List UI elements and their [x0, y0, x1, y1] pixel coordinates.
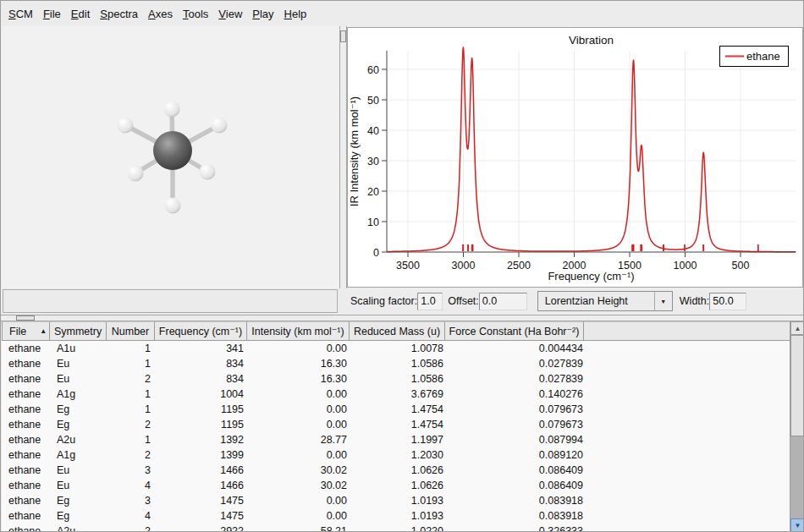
cell: 0.086409 — [449, 480, 589, 491]
cell: 1.0193 — [353, 495, 449, 507]
horizontal-splitter[interactable] — [1, 315, 804, 321]
sort-ascending-icon: ▲ — [40, 327, 47, 335]
menu-help[interactable]: Help — [284, 8, 307, 20]
menu-scm[interactable]: SCM — [8, 8, 33, 20]
vertical-scrollbar[interactable]: ▲ ▼ — [790, 321, 804, 532]
table-row[interactable]: ethaneEu3146630.021.06260.086409 — [2, 463, 790, 478]
cell: 0.083918 — [449, 495, 589, 507]
cell: 30.02 — [250, 480, 353, 491]
cell: 2922 — [157, 525, 250, 532]
cell: 1.2030 — [353, 449, 449, 461]
cell: ethane — [2, 388, 50, 400]
menu-spectra[interactable]: Spectra — [100, 8, 138, 20]
cell: ethane — [2, 434, 50, 446]
splitter-handle[interactable] — [340, 30, 346, 42]
cell: 0.140276 — [449, 388, 589, 400]
column-header-file[interactable]: File▲ — [2, 321, 50, 341]
svg-text:3500: 3500 — [396, 260, 420, 271]
cell: 2 — [107, 449, 157, 461]
menu-axes[interactable]: Axes — [148, 8, 173, 20]
splitter-handle[interactable] — [16, 315, 35, 321]
table-row[interactable]: ethaneA1g110040.003.67690.140276 — [2, 387, 790, 402]
table-row[interactable]: ethaneEg211950.001.47540.079673 — [2, 417, 790, 432]
column-header-force[interactable]: Force Constant (Ha Bohr⁻²) — [444, 321, 584, 341]
scaling-factor-input[interactable] — [417, 293, 443, 310]
column-header-intensity[interactable]: Intensity (km mol⁻¹) — [246, 321, 350, 341]
table-header: File▲SymmetryNumberFrequency (cm⁻¹)Inten… — [2, 321, 804, 341]
menu-file[interactable]: File — [43, 8, 61, 20]
cell: 1195 — [157, 419, 250, 431]
cell: Eg — [50, 419, 107, 431]
scaling-factor-label: Scaling factor: — [350, 295, 417, 307]
spectrum-chart[interactable]: 0102030405060350030002500200015001000500… — [348, 28, 802, 287]
svg-text:30: 30 — [367, 156, 379, 167]
cell: ethane — [2, 510, 50, 522]
vertical-splitter[interactable] — [339, 26, 347, 288]
cell: 0.079673 — [449, 419, 589, 431]
cell: 0.00 — [250, 419, 353, 431]
menu-view[interactable]: View — [218, 8, 242, 20]
menu-edit[interactable]: Edit — [71, 8, 90, 20]
menu-play[interactable]: Play — [252, 8, 273, 20]
table-row[interactable]: ethaneEu4146630.021.06260.086409 — [2, 478, 790, 493]
cell: Eg — [50, 403, 107, 415]
molecule-viewer[interactable] — [2, 26, 339, 288]
cell: ethane — [2, 525, 50, 532]
table-row[interactable]: ethaneEu283416.301.05860.027839 — [2, 371, 790, 387]
cell: ethane — [2, 358, 50, 370]
cell: 1466 — [157, 464, 250, 476]
spectrum-panel: 0102030405060350030002500200015001000500… — [347, 27, 803, 288]
svg-text:Vibration: Vibration — [569, 34, 614, 47]
cell: 1195 — [157, 403, 250, 415]
cell: 16.30 — [250, 373, 353, 385]
cell: 1466 — [157, 480, 250, 491]
cell: 0.087994 — [449, 434, 589, 446]
column-header-reduced[interactable]: Reduced Mass (u) — [349, 321, 445, 341]
width-input[interactable] — [709, 293, 746, 310]
svg-text:ethane: ethane — [746, 50, 780, 63]
cell: 1004 — [157, 388, 250, 400]
scrollbar-thumb[interactable] — [790, 335, 804, 436]
table-row[interactable]: ethaneEg314750.001.01930.083918 — [2, 493, 790, 508]
menu-tools[interactable]: Tools — [183, 8, 208, 20]
cell: 1.4754 — [353, 403, 449, 415]
cell: 0.004434 — [449, 343, 589, 354]
scroll-up-button[interactable]: ▲ — [790, 321, 804, 335]
column-header-frequency[interactable]: Frequency (cm⁻¹) — [154, 321, 247, 341]
cell: 1 — [107, 388, 157, 400]
table-row[interactable]: ethaneEu183416.301.05860.027839 — [2, 356, 790, 371]
column-header-symmetry[interactable]: Symmetry — [49, 321, 107, 341]
column-header-number[interactable]: Number — [106, 321, 155, 341]
cell: 2 — [107, 373, 157, 385]
svg-text:Frequency (cm⁻¹): Frequency (cm⁻¹) — [548, 270, 634, 282]
table-row[interactable]: ethaneA2u1139228.771.19970.087994 — [2, 432, 790, 447]
offset-input[interactable] — [479, 293, 527, 310]
cell: A2u — [50, 434, 107, 446]
cell: Eg — [50, 495, 107, 507]
cell: 2 — [107, 525, 157, 532]
scroll-down-button[interactable]: ▼ — [790, 518, 804, 532]
cell: 0.00 — [250, 449, 353, 461]
cell: A1u — [50, 343, 107, 354]
table-row[interactable]: ethaneA2u2292258.211.02200.326333 — [2, 524, 790, 532]
table-row[interactable]: ethaneA1g213990.001.20300.089120 — [2, 447, 790, 463]
svg-text:20: 20 — [367, 186, 379, 198]
cell: 1 — [107, 434, 157, 446]
cell: 0.089120 — [449, 449, 589, 461]
cell: 0.00 — [250, 343, 353, 354]
cell: 30.02 — [250, 464, 353, 476]
lineshape-dropdown[interactable]: Lorentzian Height ▼ — [537, 291, 673, 311]
cell: Eu — [50, 373, 107, 385]
cell: Eu — [50, 464, 107, 476]
table-row[interactable]: ethaneEg414750.001.01930.083918 — [2, 508, 790, 524]
cell: 0.079673 — [449, 403, 589, 415]
cell: 16.30 — [250, 358, 353, 370]
table-row[interactable]: ethaneEg111950.001.47540.079673 — [2, 402, 790, 417]
svg-text:10: 10 — [367, 217, 379, 228]
cell: 1392 — [157, 434, 250, 446]
table-body: ethaneA1u13410.001.00780.004434ethaneEu1… — [2, 341, 790, 532]
table-row[interactable]: ethaneA1u13410.001.00780.004434 — [2, 341, 790, 356]
cell: 3 — [107, 495, 157, 507]
cell: 1.4754 — [353, 419, 449, 431]
cell: ethane — [2, 419, 50, 431]
